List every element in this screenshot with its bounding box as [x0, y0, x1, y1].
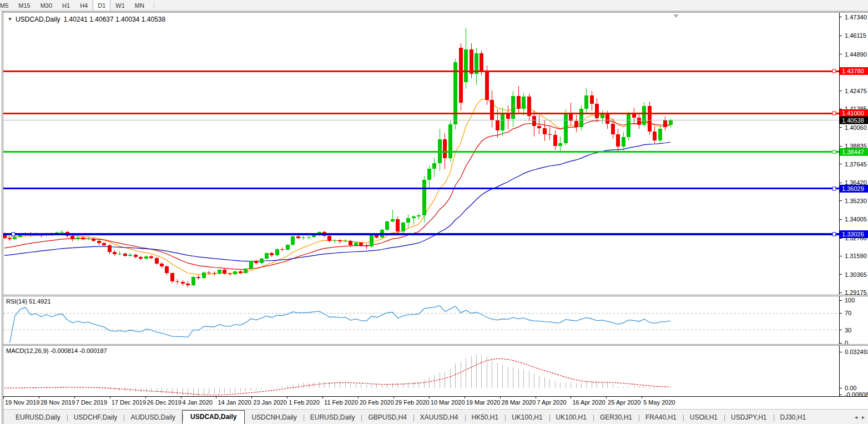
symbol-dropdown-icon[interactable]: ▼ — [8, 17, 12, 22]
ma-line-10 — [4, 99, 670, 275]
tab-scroll-right-icon[interactable]: ▸ — [862, 414, 865, 420]
date-tick — [606, 396, 607, 398]
chart-window: ▼ USDCAD,Daily 1.40241 1.40637 1.40034 1… — [2, 11, 868, 424]
price-tick-label: 1.37645 — [845, 161, 867, 168]
date-label: 26 Dec 2019 — [147, 399, 181, 406]
date-label: 10 Mar 2020 — [431, 399, 465, 406]
chart-tab-usdcad-daily[interactable]: USDCAD,Daily — [182, 410, 245, 424]
timeframe-button-m15[interactable]: M15 — [13, 2, 35, 9]
date-tick — [74, 396, 75, 398]
price-tick-label: 1.40060 — [845, 124, 867, 131]
date-tick — [500, 396, 501, 398]
date-label: 25 Apr 2020 — [608, 399, 640, 406]
date-tick — [571, 396, 571, 398]
macd-histogram — [4, 355, 670, 396]
hline-price-label: 1.43780 — [842, 68, 864, 74]
date-label: 7 Dec 2019 — [76, 399, 107, 406]
date-tick — [358, 396, 359, 398]
price-tick-label: 1.42475 — [845, 88, 867, 94]
chart-tab-gbpusd-h4[interactable]: GBPUSD,H4 — [361, 411, 413, 424]
chart-tab-hk50-h1[interactable]: HK50,H1 — [465, 411, 506, 424]
date-label: 28 Nov 2019 — [41, 399, 75, 406]
timeframe-button-d1[interactable]: D1 — [93, 0, 110, 11]
date-label: 29 Feb 2020 — [395, 399, 430, 406]
date-label: 28 Mar 2020 — [502, 399, 536, 406]
hline-handle-icon[interactable] — [832, 112, 836, 115]
timeframe-button-m30[interactable]: M30 — [36, 2, 57, 9]
date-label: 20 Feb 2020 — [360, 399, 394, 406]
macd-tick-label: 0.00 — [845, 385, 856, 391]
chart-ohlc-values: 1.40241 1.40637 1.40034 1.40538 — [64, 16, 166, 23]
rsi-line — [9, 306, 670, 343]
ma-line-21 — [4, 120, 670, 270]
hline-price-label: 1.36029 — [842, 185, 864, 192]
chart-tab-bar: EURUSD,DailyUSDCHF,DailyAUDUSD,DailyUSDC… — [3, 409, 868, 424]
hline-price-label: 1.38447 — [842, 149, 864, 155]
date-label: 1 Feb 2020 — [289, 399, 320, 406]
chart-symbol-label: USDCAD,Daily — [16, 16, 60, 23]
timeframe-toolbar: M5M15M30H1H4D1W1MN — [0, 0, 868, 11]
date-label: 5 May 2020 — [643, 399, 675, 406]
hline-handle-icon[interactable] — [832, 233, 836, 236]
timeframe-button-h1[interactable]: H1 — [57, 2, 75, 9]
main-chart-pane[interactable]: 1.473401.461151.448901.424751.412851.400… — [3, 13, 868, 295]
date-tick — [3, 396, 4, 398]
chart-shift-marker-icon[interactable] — [673, 14, 679, 18]
chart-tab-uk100-h1[interactable]: UK100,H1 — [549, 411, 593, 424]
chart-tab-usdchf-daily[interactable]: USDCHF,Daily — [67, 411, 124, 424]
price-tick-label: 1.46115 — [845, 32, 866, 39]
date-label: 17 Dec 2019 — [112, 399, 146, 406]
date-tick — [110, 396, 110, 398]
rsi-tick-label: 70 — [845, 310, 851, 316]
rsi-pane[interactable]: 10070300RSI(14) 51.4921 — [3, 296, 868, 344]
candles-layer — [3, 28, 673, 287]
chart-tab-uk100-h1[interactable]: UK100,H1 — [505, 411, 549, 424]
macd-pane[interactable]: 0.0324930.00-0.008086MACD(12,26,9) -0.00… — [3, 346, 868, 396]
timeframe-button-w1[interactable]: W1 — [110, 2, 130, 9]
chart-tab-eurusd-daily[interactable]: EURUSD,Daily — [9, 411, 67, 424]
macd-tick-label: 0.032493 — [845, 349, 868, 355]
date-label: 16 Apr 2020 — [572, 399, 605, 406]
hline-handle-icon[interactable] — [832, 150, 836, 154]
chart-tab-ger30-h1[interactable]: GER30,H1 — [593, 411, 639, 424]
rsi-indicator-label: RSI(14) 51.4921 — [6, 298, 51, 305]
hline-handle-icon[interactable] — [12, 233, 15, 236]
hline-price-label: 1.41000 — [842, 110, 864, 117]
date-tick — [429, 396, 430, 398]
hline-handle-icon[interactable] — [832, 69, 836, 73]
date-tick — [465, 396, 465, 398]
hline-handle-icon[interactable] — [832, 187, 836, 190]
chart-tab-usoil-h1[interactable]: USOil,H1 — [683, 411, 724, 424]
rsi-tick-label: 0 — [845, 340, 848, 344]
date-label: 7 Apr 2020 — [537, 399, 567, 406]
chart-tab-fra40-h1[interactable]: FRA40,H1 — [639, 411, 683, 424]
chart-tab-dj30-h1[interactable]: DJ30,H1 — [774, 411, 813, 424]
timeframe-button-h4[interactable]: H4 — [75, 2, 93, 9]
price-tick-label: 1.44890 — [845, 51, 867, 58]
date-label: 19 Mar 2020 — [466, 399, 501, 406]
chart-tab-xauusd-h4[interactable]: XAUUSD,H4 — [413, 411, 465, 424]
chart-tab-eurusd-daily[interactable]: EURUSD,Daily — [304, 411, 362, 424]
timeframe-button-mn[interactable]: MN — [130, 2, 149, 9]
macd-tick-label: -0.008086 — [845, 391, 868, 396]
date-label: 19 Nov 2019 — [5, 399, 39, 406]
timeframe-button-m5[interactable]: M5 — [0, 2, 13, 9]
date-label: 4 Jan 2020 — [183, 399, 213, 406]
rsi-tick-label: 30 — [845, 327, 851, 334]
date-tick — [39, 396, 39, 398]
date-tick — [287, 396, 287, 398]
toolbar-divider — [154, 2, 154, 9]
price-tick-label: 1.34005 — [845, 216, 867, 223]
date-tick — [181, 396, 181, 398]
chart-tab-usdjpy-h1[interactable]: USDJPY,H1 — [724, 411, 773, 424]
chart-tab-usdcnh-daily[interactable]: USDCNH,Daily — [245, 411, 303, 424]
chart-tab-audusd-daily[interactable]: AUDUSD,Daily — [124, 411, 182, 424]
rsi-tick-label: 100 — [845, 297, 855, 304]
price-tick-label: 1.31590 — [845, 253, 867, 259]
price-tick-label: 1.47340 — [845, 14, 867, 21]
tab-scroll-left-icon[interactable]: ◂ — [855, 414, 857, 420]
date-axis[interactable]: 19 Nov 201928 Nov 20197 Dec 201917 Dec 2… — [3, 396, 868, 410]
bid-price-label: 1.40538 — [842, 117, 864, 124]
price-tick-label: 1.30365 — [845, 271, 867, 278]
date-tick — [393, 396, 394, 398]
